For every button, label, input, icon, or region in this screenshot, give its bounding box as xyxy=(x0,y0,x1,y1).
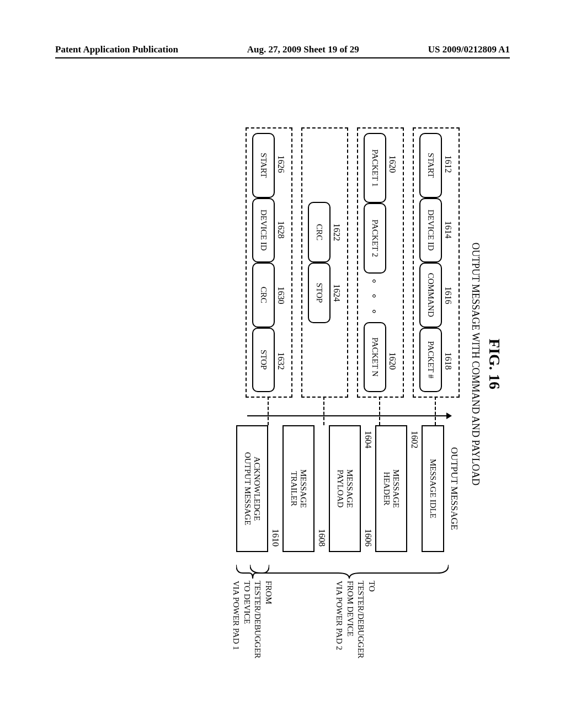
cell-stop: STOP xyxy=(308,263,331,323)
output-message-title: OUTPUT MESSAGE xyxy=(449,425,460,552)
cell-packet-1: PACKET 1 xyxy=(364,133,386,203)
box-message-idle: MESSAGE IDLE xyxy=(422,425,444,552)
acknowledge-detail: 1626 1628 1630 1632 START DEVICE ID CRC … xyxy=(246,127,292,398)
ref-1632: 1632 xyxy=(276,330,286,392)
ref-1608: 1608 xyxy=(317,529,327,547)
brace-bottom-label: FROM TESTER/DEBUGGER TO DEVICE VIA POWER… xyxy=(231,581,274,675)
right-flow-column: OUTPUT MESSAGE MESSAGE IDLE 1602 MESSAGE… xyxy=(236,425,460,552)
figure-subtitle: OUTPUT MESSAGE WITH COMMAND AND PAYLOAD xyxy=(470,72,481,656)
brace-top-label: TO TESTER/DEBUGGER FROM DEVICE VIA POWER… xyxy=(334,581,377,675)
ref-1602: 1602 xyxy=(409,431,419,448)
box-message-payload: MESSAGE PAYLOAD xyxy=(329,425,361,552)
ellipsis-icon: ∘ ∘ ∘ xyxy=(364,274,386,322)
brace-bottom-icon xyxy=(236,562,269,579)
ref-1618: 1618 xyxy=(443,330,453,392)
flow-bus-line xyxy=(247,415,447,416)
header-left: Patent Application Publication xyxy=(55,44,178,55)
message-header-detail: 1612 1614 1616 1618 START DEVICE ID COMM… xyxy=(413,127,460,398)
arrowhead-icon xyxy=(446,413,452,419)
brace-top-icon xyxy=(250,562,449,579)
ref-1626: 1626 xyxy=(276,133,286,195)
ref-1612: 1612 xyxy=(443,133,453,195)
box-message-trailer: MESSAGE TRAILER xyxy=(282,425,315,552)
ref-1630: 1630 xyxy=(276,264,286,326)
cell-start: START xyxy=(419,133,442,198)
header-center: Aug. 27, 2009 Sheet 19 of 29 xyxy=(247,44,359,55)
ref-1606: 1606 xyxy=(363,529,373,547)
cell-packet-num: PACKET # xyxy=(419,328,442,393)
cell-device-id: DEVICE ID xyxy=(419,198,442,263)
ref-1622: 1622 xyxy=(332,202,342,263)
cell-ack-crc: CRC xyxy=(252,263,275,328)
message-trailer-detail: 1622 1624 CRC STOP xyxy=(301,127,348,398)
header-right: US 2009/0212809 A1 xyxy=(428,44,510,55)
ref-1620a: 1620 xyxy=(387,133,397,195)
cell-packet-2: PACKET 2 xyxy=(364,203,386,273)
page-header: Patent Application Publication Aug. 27, … xyxy=(55,44,510,58)
ref-1616: 1616 xyxy=(443,264,453,326)
ref-1628: 1628 xyxy=(276,199,286,261)
figure-title: FIG. 16 xyxy=(486,72,503,656)
cell-command: COMMAND xyxy=(419,263,442,328)
ref-1620b: 1620 xyxy=(387,330,397,392)
cell-ack-device-id: DEVICE ID xyxy=(252,198,275,263)
cell-crc: CRC xyxy=(308,202,331,263)
brace-area: TO TESTER/DEBUGGER FROM DEVICE VIA POWER… xyxy=(236,562,460,601)
ref-1614: 1614 xyxy=(443,199,453,261)
ref-1610: 1610 xyxy=(270,529,280,547)
left-detail-column: 1612 1614 1616 1618 START DEVICE ID COMM… xyxy=(246,127,460,398)
cell-packet-n: PACKET N xyxy=(364,322,386,392)
box-message-header: MESSAGE HEADER xyxy=(375,425,407,552)
ref-1624: 1624 xyxy=(332,263,342,323)
box-acknowledge: ACKNOWLEDGE OUTPUT MESSAGE xyxy=(236,425,268,552)
figure-16: FIG. 16 OUTPUT MESSAGE WITH COMMAND AND … xyxy=(62,72,503,656)
ref-1604: 1604 xyxy=(363,431,373,448)
cell-ack-stop: STOP xyxy=(252,328,275,393)
cell-ack-start: START xyxy=(252,133,275,198)
message-payload-detail: 1620 1620 PACKET 1 PACKET 2 ∘ ∘ ∘ PACKET… xyxy=(357,127,404,398)
